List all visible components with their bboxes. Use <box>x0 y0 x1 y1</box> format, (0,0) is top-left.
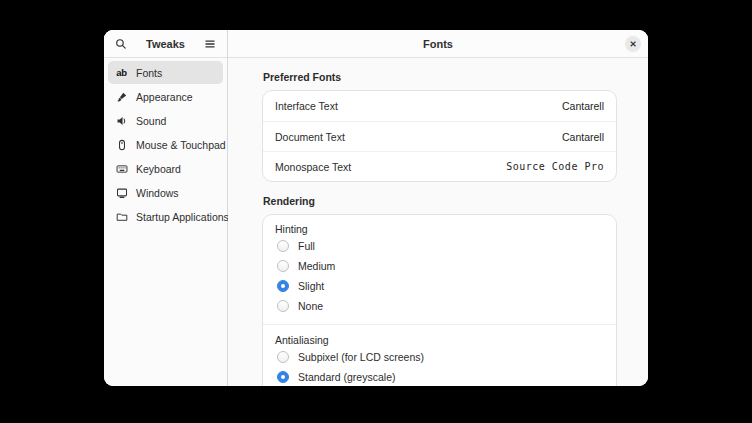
close-icon: ✕ <box>629 40 636 49</box>
keyboard-icon <box>115 162 128 175</box>
sidebar-item-label: Keyboard <box>136 163 181 175</box>
sidebar-item-label: Mouse & Touchpad <box>136 139 226 151</box>
radio-label: None <box>298 300 323 312</box>
radio-label: Slight <box>298 280 324 292</box>
radio-button-icon <box>277 300 289 312</box>
antialiasing-option-standard[interactable]: Standard (greyscale) <box>263 367 616 386</box>
sidebar-item-appearance[interactable]: Appearance <box>108 85 223 108</box>
main-panel: Fonts ✕ Preferred Fonts Interface Text C… <box>228 30 648 386</box>
antialiasing-option-subpixel[interactable]: Subpixel (for LCD screens) <box>263 347 616 367</box>
sidebar-item-label: Startup Applications <box>136 211 229 223</box>
row-label: Interface Text <box>275 100 338 112</box>
main-header: Fonts ✕ <box>228 30 648 58</box>
sidebar-item-fonts[interactable]: ab Fonts <box>108 61 223 84</box>
radio-label: Medium <box>298 260 335 272</box>
hamburger-menu-icon[interactable] <box>202 36 218 52</box>
interface-font-value: Cantarell <box>562 100 604 112</box>
sidebar-item-label: Fonts <box>136 67 162 79</box>
rendering-card: Hinting Full Medium Slight <box>262 214 617 386</box>
sidebar-item-mouse-touchpad[interactable]: Mouse & Touchpad <box>108 133 223 156</box>
brush-icon <box>115 90 128 103</box>
sidebar: Tweaks ab Fonts Appearance Sound <box>104 30 228 386</box>
preferred-fonts-card: Interface Text Cantarell Document Text C… <box>262 90 617 182</box>
hinting-option-full[interactable]: Full <box>263 236 616 256</box>
radio-button-icon <box>277 280 289 292</box>
sidebar-nav: ab Fonts Appearance Sound Mouse & Touch <box>104 58 227 232</box>
row-label: Monospace Text <box>275 161 351 173</box>
antialiasing-options: Subpixel (for LCD screens) Standard (gre… <box>263 347 616 386</box>
close-button[interactable]: ✕ <box>625 36 641 52</box>
hinting-group-label: Hinting <box>263 223 616 236</box>
sidebar-header: Tweaks <box>104 30 227 58</box>
ab-glyph-icon: ab <box>115 66 128 79</box>
sidebar-item-label: Windows <box>136 187 179 199</box>
hinting-option-medium[interactable]: Medium <box>263 256 616 276</box>
sidebar-item-keyboard[interactable]: Keyboard <box>108 157 223 180</box>
radio-button-icon <box>277 371 289 383</box>
document-text-row[interactable]: Document Text Cantarell <box>263 121 616 151</box>
group-separator <box>263 324 616 325</box>
antialiasing-group-label: Antialiasing <box>263 334 616 347</box>
sidebar-item-label: Appearance <box>136 91 193 103</box>
sidebar-item-sound[interactable]: Sound <box>108 109 223 132</box>
radio-label: Standard (greyscale) <box>298 371 395 383</box>
radio-label: Full <box>298 240 315 252</box>
rendering-heading: Rendering <box>263 195 616 208</box>
hinting-option-slight[interactable]: Slight <box>263 276 616 296</box>
tweaks-window: Tweaks ab Fonts Appearance Sound <box>104 30 648 386</box>
hinting-options: Full Medium Slight None <box>263 236 616 316</box>
radio-button-icon <box>277 240 289 252</box>
monospace-font-value: Source Code Pro <box>506 161 604 172</box>
page-title: Fonts <box>423 38 453 50</box>
mouse-icon <box>115 138 128 151</box>
sidebar-item-startup-applications[interactable]: Startup Applications <box>108 205 223 228</box>
interface-text-row[interactable]: Interface Text Cantarell <box>263 91 616 121</box>
fonts-content: Preferred Fonts Interface Text Cantarell… <box>228 58 648 386</box>
preferred-fonts-heading: Preferred Fonts <box>263 71 616 84</box>
monospace-text-row[interactable]: Monospace Text Source Code Pro <box>263 151 616 181</box>
radio-button-icon <box>277 351 289 363</box>
monitor-icon <box>115 186 128 199</box>
row-label: Document Text <box>275 131 345 143</box>
document-font-value: Cantarell <box>562 131 604 143</box>
sidebar-item-label: Sound <box>136 115 166 127</box>
radio-button-icon <box>277 260 289 272</box>
sidebar-item-windows[interactable]: Windows <box>108 181 223 204</box>
radio-label: Subpixel (for LCD screens) <box>298 351 424 363</box>
search-icon[interactable] <box>113 36 129 52</box>
app-title: Tweaks <box>129 38 202 50</box>
folder-icon <box>115 210 128 223</box>
speaker-icon <box>115 114 128 127</box>
hinting-option-none[interactable]: None <box>263 296 616 316</box>
